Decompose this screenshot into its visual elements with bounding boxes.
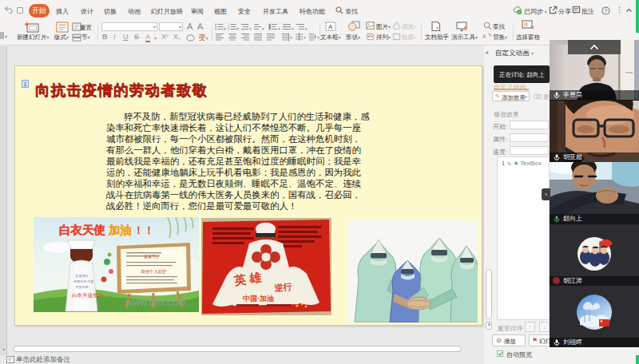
svg-text:加油: 加油 [108, 224, 132, 236]
svg-text:中国·加油: 中国·加油 [243, 295, 274, 303]
svg-text:3: 3 [228, 28, 229, 30]
svg-text:白衣天使加油: 白衣天使加油 [72, 292, 104, 299]
svg-text:?: ? [605, 8, 608, 14]
svg-text:加强个人防护: 加强个人防护 [141, 269, 167, 275]
svg-text:致敬白衣天使: 致敬白衣天使 [73, 279, 93, 283]
svg-text:A: A [482, 34, 486, 39]
svg-text:健康守护: 健康守护 [144, 254, 160, 259]
svg-text:平安归来: 平安归来 [75, 285, 89, 289]
svg-text:！！: ！！ [133, 224, 154, 236]
svg-text:www.uns.com: www.uns.com [125, 297, 185, 308]
svg-text:A: A [328, 23, 333, 30]
svg-text:白衣天使: 白衣天使 [59, 224, 106, 236]
svg-text:逆行: 逆行 [273, 282, 292, 293]
